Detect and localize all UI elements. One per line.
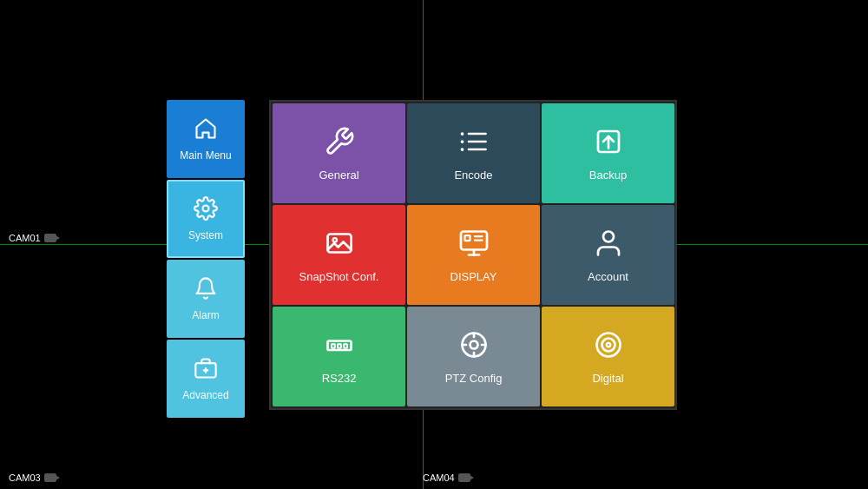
grid-general-label: General: [319, 169, 358, 182]
image-icon: [324, 228, 355, 263]
sidebar-item-alarm[interactable]: Alarm: [167, 260, 245, 338]
display-icon: [458, 228, 490, 263]
sidebar-item-system[interactable]: System: [167, 180, 245, 258]
grid-display-label: DISPLAY: [450, 270, 497, 283]
bell-icon: [194, 276, 218, 304]
upload-icon: [593, 126, 624, 162]
grid-backup-label: Backup: [589, 169, 627, 182]
grid-snapshot-label: SnapShot Conf.: [299, 270, 379, 283]
svg-point-0: [203, 206, 209, 212]
sidebar-advanced-label: Advanced: [182, 389, 228, 401]
sidebar-alarm-label: Alarm: [192, 309, 219, 321]
main-grid: General Encode Backup: [269, 100, 677, 410]
svg-rect-16: [474, 235, 483, 237]
svg-point-13: [332, 238, 337, 242]
svg-point-32: [602, 338, 615, 351]
cam01-icon: [44, 234, 56, 242]
bag-icon: [194, 356, 218, 384]
svg-point-26: [470, 340, 477, 348]
sidebar: Main Menu System Alarm: [167, 100, 245, 418]
cam01-label: CAM01: [9, 233, 56, 243]
grid-item-general[interactable]: General: [273, 103, 405, 203]
home-icon: [194, 116, 218, 144]
camera-ring-icon: [593, 329, 624, 365]
cam04-icon: [458, 473, 470, 482]
svg-point-33: [606, 342, 610, 347]
svg-rect-17: [474, 239, 483, 241]
grid-item-rs232[interactable]: RS232: [273, 307, 405, 406]
sidebar-item-main-menu[interactable]: Main Menu: [167, 100, 245, 178]
grid-ptz-label: PTZ Config: [445, 372, 503, 385]
grid-rs232-label: RS232: [322, 372, 357, 385]
gear-icon: [194, 196, 218, 224]
grid-encode-label: Encode: [454, 169, 492, 182]
sidebar-system-label: System: [188, 229, 223, 241]
ptz-icon: [458, 329, 490, 365]
svg-rect-24: [344, 344, 347, 348]
svg-rect-23: [338, 344, 341, 348]
svg-rect-15: [464, 235, 470, 241]
grid-account-label: Account: [588, 270, 628, 283]
svg-rect-22: [332, 344, 335, 348]
serial-icon: [324, 329, 355, 365]
grid-item-account[interactable]: Account: [542, 205, 674, 305]
grid-item-ptz-config[interactable]: PTZ Config: [407, 307, 540, 406]
list-icon: [458, 126, 490, 162]
grid-item-digital[interactable]: Digital: [542, 307, 674, 406]
cam03-label: CAM03: [9, 472, 56, 483]
grid-item-display[interactable]: DISPLAY: [407, 205, 540, 305]
grid-item-backup[interactable]: Backup: [542, 103, 674, 203]
sidebar-item-advanced[interactable]: Advanced: [167, 340, 245, 418]
user-icon: [593, 228, 624, 263]
svg-point-20: [603, 231, 614, 241]
sidebar-main-menu-label: Main Menu: [180, 149, 231, 162]
wrench-icon: [324, 126, 355, 162]
grid-item-encode[interactable]: Encode: [407, 103, 540, 203]
svg-point-31: [596, 333, 620, 356]
grid-digital-label: Digital: [592, 372, 623, 385]
cam04-label: CAM04: [423, 472, 470, 483]
svg-rect-12: [327, 234, 351, 252]
grid-item-snapshot-conf[interactable]: SnapShot Conf.: [273, 205, 405, 305]
cam03-icon: [44, 473, 56, 482]
